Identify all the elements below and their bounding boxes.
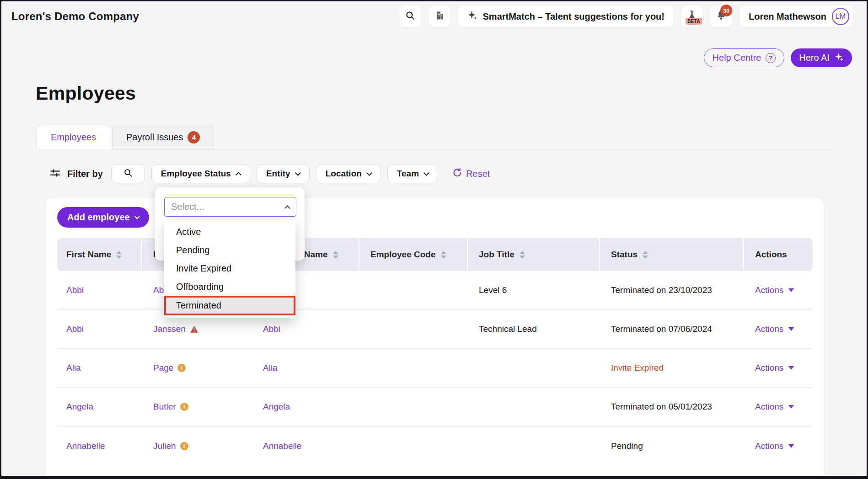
status-select-placeholder: Select... bbox=[171, 202, 204, 212]
actions-button[interactable]: Actions bbox=[755, 441, 794, 451]
first-name-link[interactable]: Abbi bbox=[66, 285, 84, 295]
first-name-link[interactable]: Angela bbox=[66, 402, 93, 412]
search-icon bbox=[123, 168, 133, 180]
preferred-name-link[interactable]: Angela bbox=[263, 402, 290, 412]
building-icon bbox=[434, 10, 445, 23]
last-name-link[interactable]: Butler bbox=[153, 402, 176, 412]
sort-icon bbox=[441, 251, 446, 259]
help-centre-button[interactable]: Help Centre ? bbox=[704, 48, 785, 67]
filter-location[interactable]: Location bbox=[316, 164, 381, 183]
job-title-cell bbox=[468, 349, 599, 387]
payroll-issues-count-badge: 4 bbox=[188, 131, 200, 144]
filter-team-label: Team bbox=[397, 169, 419, 179]
add-employee-button[interactable]: Add employee bbox=[57, 207, 149, 228]
filter-employee-status-label: Employee Status bbox=[161, 169, 231, 179]
table-row: AngelaButleriAngelaTerminated on 05/01/2… bbox=[57, 388, 813, 426]
employee-code-cell bbox=[359, 349, 467, 387]
preferred-name-cell: Annabelle bbox=[252, 426, 359, 465]
actions-label: Actions bbox=[755, 324, 783, 334]
actions-button[interactable]: Actions bbox=[755, 324, 794, 334]
hero-ai-button[interactable]: Hero AI bbox=[791, 48, 852, 67]
status-cell: Terminated on 23/10/2023 bbox=[600, 271, 743, 309]
chevron-up-icon bbox=[236, 172, 241, 178]
labs-button[interactable]: BETA bbox=[681, 5, 703, 27]
tab-employees[interactable]: Employees bbox=[37, 125, 110, 149]
first-name-link[interactable]: Abbi bbox=[66, 324, 84, 334]
tabs: Employees Payroll Issues 4 bbox=[37, 125, 214, 149]
filter-employee-status[interactable]: Employee Status bbox=[151, 164, 250, 183]
filter-entity-label: Entity bbox=[266, 169, 290, 179]
search-icon bbox=[405, 10, 416, 23]
beta-badge: BETA bbox=[686, 18, 702, 25]
column-label: First Name bbox=[66, 250, 111, 260]
info-icon[interactable]: i bbox=[180, 403, 188, 411]
job-title-cell: Technical Lead bbox=[468, 310, 599, 348]
status-option-terminated[interactable]: Terminated bbox=[164, 296, 295, 315]
preferred-name-cell: Alia bbox=[252, 349, 359, 387]
chevron-down-icon bbox=[295, 170, 301, 176]
smartmatch-label: SmartMatch – Talent suggestions for you! bbox=[483, 11, 664, 22]
status-select-input[interactable]: Select... bbox=[164, 197, 296, 217]
preferred-name-link[interactable]: Annabelle bbox=[263, 441, 302, 451]
warning-icon[interactable] bbox=[190, 325, 198, 334]
first-name-cell: Abbi bbox=[57, 310, 141, 348]
status-option-pending[interactable]: Pending bbox=[164, 241, 295, 259]
user-name: Loren Mathewson bbox=[749, 11, 826, 22]
employee-code-cell bbox=[359, 310, 467, 348]
last-name-link[interactable]: Julien bbox=[153, 441, 176, 451]
status-option-active[interactable]: Active bbox=[164, 223, 295, 241]
actions-button[interactable]: Actions bbox=[755, 402, 794, 412]
actions-button[interactable]: Actions bbox=[755, 363, 794, 373]
last-name-link[interactable]: Janssen bbox=[153, 324, 186, 334]
last-name-link[interactable]: Page bbox=[153, 363, 173, 373]
help-centre-label: Help Centre bbox=[713, 53, 761, 63]
actions-cell: Actions bbox=[744, 426, 813, 465]
actions-button[interactable]: Actions bbox=[755, 285, 794, 295]
first-name-link[interactable]: Annabelle bbox=[66, 441, 105, 451]
notifications-button[interactable]: 30 bbox=[710, 5, 732, 27]
status-option-offboarding[interactable]: Offboarding bbox=[164, 277, 295, 296]
column-header-first-name[interactable]: First Name bbox=[57, 238, 141, 271]
add-employee-label: Add employee bbox=[67, 212, 130, 223]
smartmatch-banner[interactable]: SmartMatch – Talent suggestions for you! bbox=[458, 5, 674, 27]
user-menu[interactable]: Loren Mathewson LM bbox=[739, 5, 853, 27]
column-label: Status bbox=[611, 250, 638, 260]
last-name-link[interactable]: Ab bbox=[153, 285, 164, 295]
company-name: Loren's Demo Company bbox=[11, 10, 139, 23]
caret-down-icon bbox=[788, 405, 794, 409]
tab-employees-label: Employees bbox=[51, 132, 96, 143]
table-search-button[interactable] bbox=[111, 164, 145, 183]
column-header-status[interactable]: Status bbox=[600, 238, 743, 271]
app-window: Loren's Demo Company SmartMatch – Talent… bbox=[0, 0, 868, 479]
assist-row: Help Centre ? Hero AI bbox=[704, 48, 852, 67]
sort-icon bbox=[333, 251, 338, 259]
table-row: AliaPageiAliaInvite ExpiredActions bbox=[57, 349, 813, 388]
sparkle-icon bbox=[467, 10, 477, 23]
search-button[interactable] bbox=[399, 5, 421, 27]
filter-team[interactable]: Team bbox=[387, 164, 438, 183]
info-icon[interactable]: i bbox=[180, 442, 188, 450]
status-option-invite-expired[interactable]: Invite Expired bbox=[164, 259, 295, 277]
column-header-employee-code[interactable]: Employee Code bbox=[359, 238, 467, 271]
preferred-name-link[interactable]: Abbi bbox=[263, 324, 280, 334]
first-name-link[interactable]: Alia bbox=[66, 363, 81, 373]
employee-code-cell bbox=[359, 271, 467, 309]
column-label: Employee Code bbox=[370, 250, 436, 260]
chevron-down-icon bbox=[423, 170, 429, 176]
preferred-name-link[interactable]: Alia bbox=[263, 363, 278, 373]
tab-payroll-issues[interactable]: Payroll Issues 4 bbox=[112, 125, 214, 149]
reset-filters-button[interactable]: Reset bbox=[452, 168, 490, 180]
actions-label: Actions bbox=[755, 441, 783, 451]
info-icon[interactable]: i bbox=[177, 364, 186, 372]
reset-label: Reset bbox=[466, 169, 490, 179]
actions-cell: Actions bbox=[744, 310, 813, 348]
actions-label: Actions bbox=[755, 285, 783, 295]
chevron-up-icon bbox=[284, 205, 290, 211]
chevron-down-icon bbox=[366, 170, 372, 176]
organisation-button[interactable] bbox=[429, 5, 450, 27]
caret-down-icon bbox=[788, 444, 794, 448]
column-header-job-title[interactable]: Job Title bbox=[468, 238, 599, 271]
filter-entity[interactable]: Entity bbox=[257, 164, 310, 183]
last-name-cell: Pagei bbox=[142, 349, 251, 387]
actions-label: Actions bbox=[755, 363, 783, 373]
